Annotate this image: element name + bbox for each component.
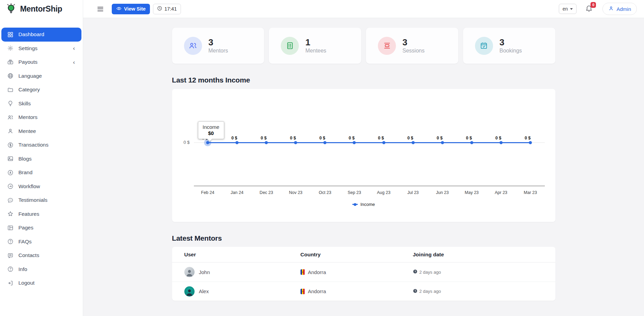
stat-value: 3 <box>402 37 425 48</box>
column-header-user: User <box>184 252 301 258</box>
dollar-circle-icon <box>7 141 14 148</box>
lightbulb-icon <box>7 100 14 107</box>
joining-date: 2 days ago <box>419 270 441 275</box>
globe-icon <box>7 73 14 79</box>
point-value-label: 0 $ <box>315 136 330 140</box>
point-value-label: 0 $ <box>403 136 418 140</box>
x-axis-line <box>194 186 545 186</box>
time-button[interactable]: 17:41 <box>153 4 181 14</box>
sidebar-item-mentors[interactable]: Mentors <box>0 110 83 124</box>
sidebar-item-info[interactable]: Info <box>0 262 83 276</box>
x-axis-tick-label: Mar 23 <box>519 190 542 195</box>
sidebar-item-mentee[interactable]: Mentee <box>0 124 83 138</box>
stat-label: Mentors <box>209 48 228 54</box>
chat-bubble-icon <box>7 197 14 204</box>
hamburger-menu-icon[interactable] <box>96 5 105 13</box>
stat-value: 1 <box>305 37 326 48</box>
notebook-list-icon <box>281 37 299 55</box>
income-section-title: Last 12 months Income <box>172 76 555 84</box>
eye-icon <box>116 6 122 12</box>
clock-icon <box>413 289 417 294</box>
andorra-flag-icon <box>301 269 305 275</box>
admin-menu-button[interactable]: Admin <box>602 3 637 15</box>
language-dropdown[interactable]: en <box>559 4 577 14</box>
users-icon <box>7 114 14 121</box>
x-axis-tick-label: Jun 23 <box>431 190 454 195</box>
data-point <box>323 141 326 144</box>
sidebar-item-blogs[interactable]: Blogs <box>0 152 83 166</box>
sidebar-item-label: Language <box>18 73 42 79</box>
stat-card-bookings: 3 Bookings <box>463 28 555 64</box>
sidebar-item-label: Category <box>18 87 40 93</box>
sidebar-item-label: Pages <box>18 225 33 231</box>
sidebar-item-testimonials[interactable]: Testimonials <box>0 193 83 207</box>
main-content: 3 Mentors 1 Mentees 3 Sess <box>83 0 644 316</box>
sidebar-item-label: Blogs <box>18 156 32 162</box>
stat-label: Sessions <box>402 48 425 54</box>
latest-mentors-table: User Country Joining date John Andorra <box>172 247 555 301</box>
gear-icon <box>7 45 14 52</box>
sidebar-item-language[interactable]: Language <box>0 69 83 83</box>
mentor-name: Alex <box>199 288 209 294</box>
x-axis-tick-label: Apr 23 <box>490 190 512 195</box>
table-row: Alex Andorra 2 days ago <box>172 282 555 301</box>
bell-icon <box>585 7 593 13</box>
sidebar: MentorShip Dashboard Settings ‹ Payouts … <box>0 0 83 316</box>
andorra-flag-icon <box>301 289 305 294</box>
sidebar-item-transactions[interactable]: Transactions <box>0 138 83 152</box>
legend-label: Income <box>361 202 375 207</box>
stat-label: Bookings <box>500 48 522 54</box>
stat-value: 3 <box>209 37 228 48</box>
data-point <box>470 141 473 144</box>
view-site-button[interactable]: View Site <box>112 4 150 14</box>
notification-count-badge: 0 <box>591 2 596 8</box>
sidebar-item-pages[interactable]: Pages <box>0 221 83 235</box>
table-row: John Andorra 2 days ago <box>172 262 555 282</box>
point-value-label: 0 $ <box>461 136 476 140</box>
x-axis-tick-label: Nov 23 <box>285 190 307 195</box>
joining-date: 2 days ago <box>419 289 441 294</box>
income-chart: 0 $ Income $0 Income 0 $Feb 240 $Jan 240… <box>172 89 555 222</box>
x-axis-tick-label: Oct 23 <box>314 190 336 195</box>
sidebar-item-dashboard[interactable]: Dashboard <box>1 28 81 42</box>
point-value-label: 0 $ <box>344 136 359 140</box>
sidebar-item-contacts[interactable]: Contacts <box>0 249 83 262</box>
sidebar-item-settings[interactable]: Settings ‹ <box>0 42 83 56</box>
sidebar-item-category[interactable]: Category <box>0 83 83 97</box>
sidebar-item-workflow[interactable]: Workflow <box>0 180 83 194</box>
sidebar-item-logout[interactable]: Logout <box>0 276 83 290</box>
notifications-button[interactable]: 0 <box>585 4 593 14</box>
sidebar-item-label: Mentee <box>18 128 36 134</box>
sidebar-item-payouts[interactable]: Payouts ‹ <box>0 55 83 69</box>
avatar <box>184 267 195 277</box>
sidebar-item-label: Info <box>18 266 27 272</box>
stat-card-sessions: 3 Sessions <box>366 28 458 64</box>
data-point <box>294 141 297 144</box>
topbar: View Site 17:41 en 0 Admin <box>83 0 644 18</box>
x-axis-tick-label: Aug 23 <box>372 190 395 195</box>
sidebar-item-features[interactable]: Features <box>0 207 83 221</box>
x-axis-tick-label: Jan 24 <box>226 190 248 195</box>
x-axis-tick-label: May 23 <box>460 190 483 195</box>
sidebar-item-skills[interactable]: Skills <box>0 97 83 111</box>
sidebar-item-brand[interactable]: Brand <box>0 166 83 180</box>
user-icon <box>7 128 14 135</box>
lightbulb-logo-icon <box>5 3 17 15</box>
stat-card-mentors: 3 Mentors <box>172 28 264 64</box>
sidebar-item-label: Transactions <box>18 142 48 148</box>
clock-icon <box>157 6 162 12</box>
point-value-label: 0 $ <box>256 136 271 140</box>
data-point <box>441 141 444 144</box>
x-axis-tick-label: Dec 23 <box>255 190 278 195</box>
star-icon <box>7 211 14 217</box>
country-name: Andorra <box>308 288 326 294</box>
sidebar-item-label: FAQs <box>18 239 32 245</box>
y-axis-tick-label: 0 $ <box>177 140 190 145</box>
sidebar-item-faqs[interactable]: FAQs <box>0 235 83 249</box>
arrow-circle-icon <box>7 183 14 190</box>
person-icon <box>608 5 614 12</box>
sidebar-item-label: Settings <box>18 45 37 51</box>
stat-value: 3 <box>500 37 522 48</box>
x-axis-tick-label: Jul 23 <box>402 190 424 195</box>
country-name: Andorra <box>308 269 326 275</box>
